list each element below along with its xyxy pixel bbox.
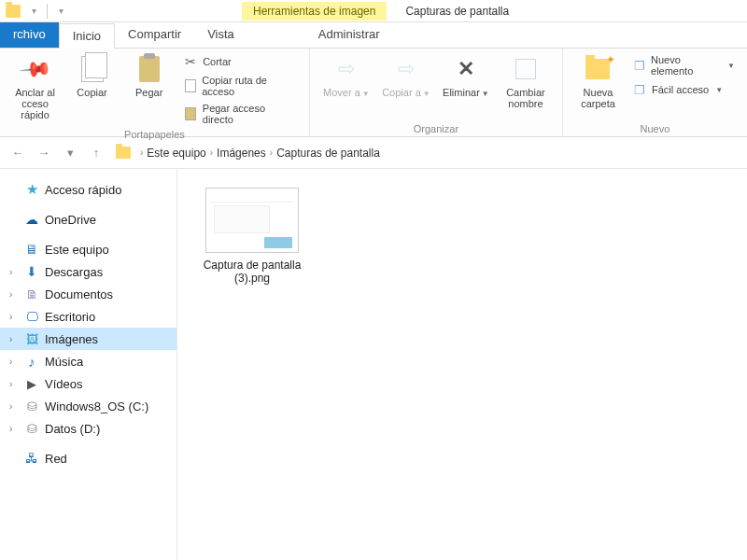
- group-organize-label: Organizar: [319, 123, 553, 134]
- main-area: ★ Acceso rápido ☁ OneDrive 🖥 Este equipo…: [0, 169, 747, 560]
- chevron-down-icon: ▼: [362, 90, 370, 98]
- easy-access-label: Fácil acceso: [652, 84, 709, 95]
- paste-shortcut-label: Pegar acceso directo: [203, 103, 297, 125]
- nav-disk-d[interactable]: › ⛁ Datos (D:): [0, 417, 176, 440]
- nav-label: Documentos: [45, 287, 113, 301]
- qat-overflow-icon[interactable]: ▾: [53, 4, 68, 19]
- new-item-icon: ❐: [632, 58, 646, 73]
- file-thumbnail: [205, 188, 299, 253]
- group-clipboard-label: Portapapeles: [9, 129, 300, 140]
- group-clipboard: 📌 Anclar al cceso rápido Copiar Pegar ✂ …: [0, 49, 310, 136]
- copy-to-icon: ⇨: [398, 57, 415, 81]
- rename-button[interactable]: Cambiar nombre: [499, 52, 553, 109]
- document-icon: 🗎: [24, 287, 39, 301]
- nav-label: Descargas: [45, 265, 103, 279]
- copy-icon: [81, 56, 104, 82]
- chevron-right-icon[interactable]: ›: [9, 267, 19, 277]
- chevron-right-icon[interactable]: ›: [9, 312, 19, 322]
- nav-documents[interactable]: › 🗎 Documentos: [0, 283, 176, 305]
- back-button[interactable]: ←: [7, 143, 28, 163]
- tab-manage[interactable]: Administrar: [305, 22, 393, 48]
- nav-network[interactable]: 🖧 Red: [0, 447, 176, 469]
- group-organize: ⇨ Mover a▼ ⇨ Copiar a▼ ✕ Eliminar▼ Cambi…: [310, 49, 563, 136]
- group-new-label: Nuevo: [572, 123, 738, 134]
- up-button[interactable]: ↑: [86, 143, 106, 163]
- nav-music[interactable]: › ♪ Música: [0, 350, 176, 372]
- music-icon: ♪: [24, 354, 39, 369]
- tab-file[interactable]: rchivo: [0, 22, 59, 48]
- desktop-icon: 🖵: [24, 309, 39, 324]
- chevron-right-icon[interactable]: ›: [9, 289, 19, 300]
- paste-shortcut-button[interactable]: Pegar acceso directo: [180, 101, 300, 127]
- pin-quick-access-button[interactable]: 📌 Anclar al cceso rápido: [9, 52, 61, 120]
- ribbon-tabs: rchivo Inicio Compartir Vista Administra…: [0, 22, 747, 49]
- paste-label: Pegar: [135, 87, 162, 98]
- qat-dropdown-icon[interactable]: ▾: [26, 4, 41, 19]
- nav-disk-c[interactable]: › ⛁ Windows8_OS (C:): [0, 395, 176, 417]
- pin-label: Anclar al cceso rápido: [9, 87, 61, 120]
- copy-path-icon: [183, 78, 197, 93]
- new-folder-button[interactable]: Nueva carpeta: [572, 52, 624, 109]
- breadcrumb-root[interactable]: Este equipo: [147, 147, 205, 160]
- tab-view[interactable]: Vista: [194, 22, 247, 48]
- folder-icon: [116, 147, 131, 159]
- title-bar: ▾ ▾ Herramientas de imagen Capturas de p…: [0, 0, 747, 22]
- file-item[interactable]: Captura de pantalla (3).png: [196, 188, 308, 285]
- move-to-button[interactable]: ⇨ Mover a▼: [319, 52, 374, 100]
- nav-label: Imágenes: [45, 332, 98, 346]
- nav-desktop[interactable]: › 🖵 Escritorio: [0, 305, 176, 328]
- ribbon: 📌 Anclar al cceso rápido Copiar Pegar ✂ …: [0, 49, 747, 137]
- chevron-down-icon: ▼: [727, 62, 735, 70]
- cloud-icon: ☁: [24, 212, 39, 227]
- tab-home[interactable]: Inicio: [59, 23, 115, 49]
- chevron-right-icon: ›: [210, 147, 213, 158]
- paste-shortcut-icon: [183, 106, 198, 121]
- picture-icon: 🖼: [24, 331, 39, 346]
- breadcrumb-mid[interactable]: Imágenes: [217, 147, 266, 160]
- rename-icon: [515, 59, 536, 79]
- breadcrumb[interactable]: › Este equipo › Imágenes › Capturas de p…: [140, 147, 380, 160]
- chevron-right-icon[interactable]: ›: [9, 379, 19, 389]
- new-folder-icon: [585, 59, 610, 79]
- disk-icon: ⛁: [24, 421, 39, 436]
- new-item-label: Nuevo elemento: [651, 54, 721, 77]
- recent-dropdown[interactable]: ▾: [60, 143, 80, 163]
- nav-onedrive[interactable]: ☁ OneDrive: [0, 208, 176, 231]
- paste-button[interactable]: Pegar: [123, 52, 175, 98]
- nav-downloads[interactable]: › ⬇ Descargas: [0, 260, 176, 283]
- breadcrumb-leaf[interactable]: Capturas de pantalla: [276, 147, 380, 160]
- nav-label: Red: [45, 452, 67, 466]
- move-icon: ⇨: [338, 57, 355, 81]
- nav-videos[interactable]: › ▶ Vídeos: [0, 372, 176, 395]
- move-label: Mover a: [323, 87, 360, 98]
- tab-share[interactable]: Compartir: [115, 22, 194, 48]
- nav-quick-access[interactable]: ★ Acceso rápido: [0, 178, 176, 201]
- chevron-right-icon[interactable]: ›: [9, 401, 19, 412]
- content-pane[interactable]: Captura de pantalla (3).png: [177, 169, 747, 560]
- copy-to-label: Copiar a: [382, 87, 421, 98]
- copy-button[interactable]: Copiar: [66, 52, 118, 98]
- download-icon: ⬇: [24, 264, 39, 279]
- folder-icon[interactable]: [6, 5, 21, 18]
- chevron-right-icon: ›: [140, 147, 143, 158]
- delete-button[interactable]: ✕ Eliminar▼: [439, 52, 493, 100]
- nav-this-pc[interactable]: 🖥 Este equipo: [0, 238, 176, 260]
- chevron-right-icon[interactable]: ›: [9, 334, 19, 344]
- nav-pictures[interactable]: › 🖼 Imágenes: [0, 328, 176, 350]
- nav-label: Windows8_OS (C:): [45, 399, 148, 413]
- window-title: Capturas de pantalla: [405, 5, 509, 18]
- nav-label: Música: [45, 355, 83, 369]
- new-item-button[interactable]: ❐ Nuevo elemento ▼: [629, 52, 738, 78]
- nav-bar: ← → ▾ ↑ › Este equipo › Imágenes › Captu…: [0, 137, 747, 169]
- nav-label: Vídeos: [45, 377, 82, 391]
- chevron-right-icon[interactable]: ›: [9, 357, 19, 367]
- nav-label: Datos (D:): [45, 422, 100, 436]
- easy-access-button[interactable]: ❐ Fácil acceso ▼: [629, 80, 738, 99]
- chevron-right-icon: ›: [270, 147, 273, 158]
- chevron-right-icon[interactable]: ›: [9, 424, 19, 434]
- cut-label: Cortar: [203, 56, 232, 67]
- copy-path-button[interactable]: Copiar ruta de acceso: [180, 73, 300, 99]
- forward-button[interactable]: →: [34, 143, 54, 163]
- copy-to-button[interactable]: ⇨ Copiar a▼: [379, 52, 433, 100]
- cut-button[interactable]: ✂ Cortar: [180, 52, 300, 71]
